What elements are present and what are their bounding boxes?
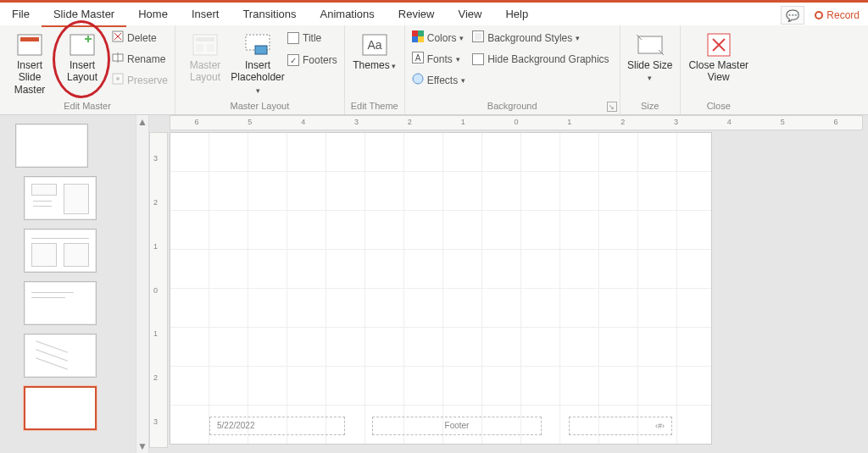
tab-review[interactable]: Review bbox=[387, 2, 447, 27]
ruler-h-tick: 5 bbox=[781, 118, 785, 126]
slide-size-button[interactable]: Slide Size bbox=[626, 29, 675, 86]
footers-checkbox-label: Footers bbox=[303, 54, 337, 66]
workspace: ▲ ▼ 6 5 4 3 2 1 0 1 2 3 4 5 6 3 bbox=[0, 115, 868, 453]
svg-point-26 bbox=[413, 74, 423, 84]
effects-icon bbox=[412, 73, 424, 87]
footer-value: Footer bbox=[445, 421, 470, 430]
ruler-v-tick: 2 bbox=[153, 373, 158, 382]
insert-layout-icon bbox=[70, 30, 95, 59]
slide-editor: 6 5 4 3 2 1 0 1 2 3 4 5 6 3 2 1 0 1 2 3 bbox=[149, 115, 868, 453]
thumb-layout-2[interactable] bbox=[24, 229, 97, 273]
checkbox-checked-icon: ✓ bbox=[287, 54, 299, 66]
tab-home[interactable]: Home bbox=[126, 2, 180, 27]
record-button[interactable]: Record bbox=[811, 9, 863, 21]
group-label-edit-master: Edit Master bbox=[5, 99, 170, 113]
date-placeholder[interactable]: 5/22/2022 bbox=[209, 417, 345, 435]
thumb-layout-1[interactable] bbox=[24, 176, 97, 220]
ruler-h-tick: 6 bbox=[194, 118, 198, 126]
svg-rect-15 bbox=[207, 44, 214, 52]
hide-bg-label: Hide Background Graphics bbox=[487, 53, 609, 65]
tab-help[interactable]: Help bbox=[493, 2, 540, 27]
group-label-close: Close bbox=[686, 99, 752, 113]
ruler-h-tick: 3 bbox=[354, 118, 359, 126]
tab-view[interactable]: View bbox=[446, 2, 493, 27]
tab-insert[interactable]: Insert bbox=[180, 2, 231, 27]
preserve-button[interactable]: Preserve bbox=[110, 71, 170, 89]
record-icon bbox=[815, 11, 823, 19]
slide-size-icon bbox=[636, 30, 665, 59]
thumb-layout-4[interactable] bbox=[24, 334, 97, 378]
delete-label: Delete bbox=[127, 32, 157, 44]
rename-icon bbox=[112, 52, 124, 66]
slide-number-placeholder[interactable]: ‹#› bbox=[569, 417, 672, 435]
ruler-v-tick: 1 bbox=[153, 242, 158, 251]
preserve-icon bbox=[112, 73, 124, 87]
svg-point-11 bbox=[116, 77, 120, 80]
comments-button[interactable]: 💬 bbox=[781, 6, 804, 25]
fonts-button[interactable]: A Fonts bbox=[410, 50, 467, 68]
scroll-down-icon[interactable]: ▼ bbox=[136, 439, 148, 453]
record-label: Record bbox=[826, 9, 860, 21]
close-icon bbox=[707, 30, 731, 59]
fonts-icon: A bbox=[412, 52, 424, 66]
background-dialog-launcher[interactable]: ↘ bbox=[607, 102, 617, 112]
scroll-up-icon[interactable]: ▲ bbox=[136, 115, 148, 129]
tab-transitions[interactable]: Transitions bbox=[231, 2, 308, 27]
insert-slide-master-label: Insert Slide Master bbox=[7, 59, 53, 96]
checkbox-unchecked-icon bbox=[287, 32, 299, 44]
insert-slide-master-button[interactable]: Insert Slide Master bbox=[5, 29, 54, 97]
colors-button[interactable]: Colors bbox=[410, 29, 467, 47]
group-label-master-layout: Master Layout bbox=[181, 99, 339, 113]
slide-canvas[interactable]: 5/22/2022 Footer ‹#› bbox=[170, 132, 712, 445]
ruler-v-tick: 0 bbox=[153, 286, 158, 295]
ruler-h-tick: 3 bbox=[674, 118, 678, 126]
tab-file[interactable]: File bbox=[0, 2, 42, 27]
background-styles-button[interactable]: Background Styles bbox=[470, 29, 610, 47]
footers-checkbox[interactable]: ✓ Footers bbox=[286, 51, 339, 69]
preserve-label: Preserve bbox=[127, 75, 168, 86]
delete-button[interactable]: Delete bbox=[110, 29, 170, 47]
thumb-layout-3[interactable] bbox=[24, 281, 97, 325]
svg-text:Aa: Aa bbox=[367, 38, 381, 52]
ruler-v-tick: 2 bbox=[153, 198, 158, 207]
rename-button[interactable]: Rename bbox=[110, 50, 170, 68]
effects-button[interactable]: Effects bbox=[410, 71, 467, 89]
slide-master-icon bbox=[17, 30, 42, 59]
colors-icon bbox=[412, 30, 424, 45]
thumb-master[interactable] bbox=[15, 124, 88, 168]
svg-rect-14 bbox=[196, 44, 203, 52]
slide-number-token: ‹#› bbox=[655, 422, 665, 430]
group-edit-theme: Aa Themes Edit Theme bbox=[344, 25, 404, 114]
svg-rect-17 bbox=[255, 46, 267, 54]
group-background: Colors A Fonts Effects bbox=[404, 25, 620, 114]
insert-placeholder-label: Insert Placeholder bbox=[231, 59, 284, 96]
delete-icon bbox=[112, 30, 124, 45]
slide-size-label: Slide Size bbox=[627, 59, 673, 84]
tab-animations[interactable]: Animations bbox=[309, 2, 387, 27]
ruler-v-tick: 3 bbox=[153, 154, 158, 163]
group-label-edit-theme: Edit Theme bbox=[350, 99, 399, 113]
ruler-vertical: 3 2 1 0 1 2 3 bbox=[149, 132, 168, 448]
title-checkbox[interactable]: Title bbox=[286, 29, 339, 47]
svg-rect-22 bbox=[412, 36, 418, 42]
placeholder-icon bbox=[245, 30, 270, 59]
hide-bg-checkbox[interactable]: Hide Background Graphics bbox=[470, 50, 610, 69]
svg-rect-23 bbox=[418, 36, 424, 42]
tab-slide-master[interactable]: Slide Master bbox=[42, 2, 126, 27]
svg-rect-13 bbox=[196, 37, 214, 41]
insert-placeholder-button[interactable]: Insert Placeholder bbox=[233, 29, 282, 97]
speech-bubble-icon: 💬 bbox=[786, 9, 799, 22]
insert-layout-button[interactable]: Insert Layout bbox=[58, 29, 107, 86]
ruler-h-tick: 4 bbox=[727, 118, 732, 126]
thumbnail-pane[interactable] bbox=[0, 115, 136, 453]
group-master-layout: Master Layout Insert Placeholder Title ✓… bbox=[175, 25, 344, 114]
themes-button[interactable]: Aa Themes bbox=[350, 29, 399, 73]
date-value: 5/22/2022 bbox=[217, 421, 255, 430]
thumbnail-scrollbar[interactable]: ▲ ▼ bbox=[136, 115, 149, 453]
master-layout-label: Master Layout bbox=[182, 59, 228, 84]
thumb-layout-5-selected[interactable] bbox=[24, 386, 97, 430]
colors-label: Colors bbox=[427, 32, 457, 44]
master-layout-button: Master Layout bbox=[181, 29, 230, 86]
close-master-view-button[interactable]: Close Master View bbox=[686, 29, 752, 86]
footer-placeholder[interactable]: Footer bbox=[372, 417, 542, 435]
